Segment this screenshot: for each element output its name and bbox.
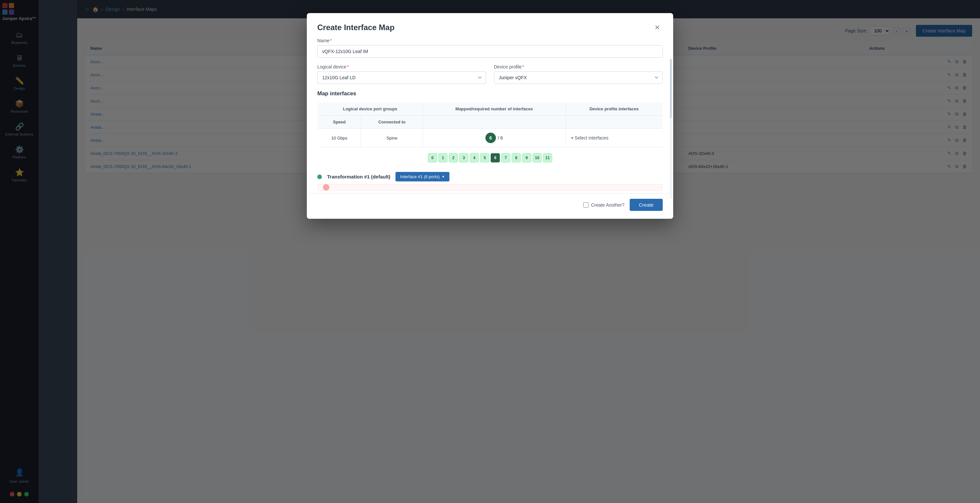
port-badge-7[interactable]: 7 [501, 153, 510, 163]
device-profile-ifaces-subheader [566, 116, 662, 129]
speed-cell: 10 Gbps [318, 129, 361, 147]
interface-map-table: Logical device port groups Mapped/requir… [317, 102, 663, 167]
imap-row-1: 10 Gbps Spine 6 / 6 ▾ Select interfaces [318, 129, 663, 147]
imap-port-badges-row: 01234567891011 [318, 147, 663, 167]
device-row: Logical device* 12x10G Leaf LD Device pr… [317, 64, 663, 90]
create-interface-map-modal: Create Interface Map ✕ Name* Logical dev… [307, 13, 673, 219]
map-interfaces-title: Map interfaces [317, 90, 663, 97]
name-label: Name* [317, 38, 663, 43]
transform-indicator-dot [317, 174, 322, 179]
create-another-wrapper: Create Another? [583, 202, 624, 208]
name-form-group: Name* [317, 38, 663, 57]
connected-to-cell: Spine [361, 129, 423, 147]
modal-overlay[interactable]: Create Interface Map ✕ Name* Logical dev… [0, 0, 980, 503]
required-count: / 6 [498, 135, 503, 141]
port-badge-10[interactable]: 10 [533, 153, 542, 163]
port-groups-header: Logical device port groups [318, 102, 423, 116]
select-interfaces-container: ▾ Select interfaces [571, 135, 657, 141]
mapped-count-cell: 6 / 6 [423, 129, 566, 147]
logical-device-star: * [347, 64, 349, 69]
port-badge-11[interactable]: 11 [543, 153, 552, 163]
port-badge-6[interactable]: 6 [491, 153, 500, 163]
modal-scrollbar-thumb[interactable] [670, 59, 672, 118]
modal-footer: Create Another? Create [307, 193, 673, 219]
port-badges-cell: 01234567891011 [318, 147, 663, 167]
name-required-star: * [330, 38, 332, 43]
modal-title: Create Interface Map [317, 23, 395, 32]
red-row-partial [317, 184, 663, 191]
create-another-checkbox[interactable] [583, 202, 589, 208]
port-badge-3[interactable]: 3 [459, 153, 468, 163]
logical-device-label: Logical device* [317, 64, 486, 69]
port-badge-0[interactable]: 0 [428, 153, 437, 163]
create-button[interactable]: Create [630, 199, 663, 211]
logical-device-group: Logical device* 12x10G Leaf LD [317, 64, 486, 84]
interface-button[interactable]: Interface #1 (6 ports) ▼ [396, 172, 449, 181]
transformation-row: Transformation #1 (default) Interface #1… [317, 167, 663, 184]
mapped-subheader [423, 116, 566, 129]
device-profile-ifaces-header: Device profile interfaces [566, 102, 662, 116]
speed-subheader: Speed [318, 116, 361, 129]
mapped-badge: 6 [485, 133, 496, 143]
port-badge-5[interactable]: 5 [480, 153, 489, 163]
connected-to-subheader: Connected to [361, 116, 423, 129]
create-another-label: Create Another? [591, 202, 624, 208]
mapped-header: Mapped/required number of interfaces [423, 102, 566, 116]
select-interfaces-cell: ▾ Select interfaces [566, 129, 662, 147]
modal-body: Name* Logical device* 12x10G Leaf LD Dev… [307, 38, 673, 193]
modal-header: Create Interface Map ✕ [307, 13, 673, 38]
mapped-count-display: 6 / 6 [428, 133, 560, 143]
port-badge-1[interactable]: 1 [438, 153, 447, 163]
logical-device-select[interactable]: 12x10G Leaf LD [317, 71, 486, 84]
modal-scrollbar-track [670, 59, 672, 199]
interface-btn-dropdown-icon: ▼ [442, 175, 445, 179]
port-badge-4[interactable]: 4 [470, 153, 479, 163]
red-indicator [323, 184, 329, 191]
name-input[interactable] [317, 45, 663, 57]
device-profile-group: Device profile* Juniper vQFX [494, 64, 663, 84]
port-badge-2[interactable]: 2 [449, 153, 458, 163]
device-profile-select[interactable]: Juniper vQFX [494, 71, 663, 84]
device-profile-label: Device profile* [494, 64, 663, 69]
port-badge-8[interactable]: 8 [512, 153, 521, 163]
interface-btn-label: Interface #1 (6 ports) [400, 174, 440, 179]
port-badges: 01234567891011 [323, 153, 657, 163]
select-interfaces-label[interactable]: Select interfaces [575, 135, 609, 141]
transformation-label: Transformation #1 (default) [327, 174, 390, 179]
select-iface-dropdown-icon: ▾ [571, 135, 573, 141]
modal-close-button[interactable]: ✕ [652, 22, 663, 33]
port-badge-9[interactable]: 9 [522, 153, 531, 163]
device-profile-star: * [522, 64, 524, 69]
